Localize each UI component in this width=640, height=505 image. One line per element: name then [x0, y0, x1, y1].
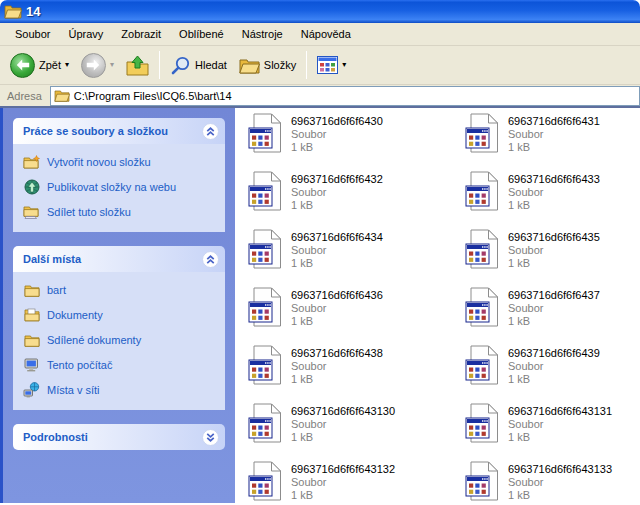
task-link-dokumenty[interactable]: Dokumenty: [23, 307, 221, 323]
file-name: 6963716d6f6f643132: [291, 463, 395, 476]
file-tile[interactable]: 6963716d6f6f6433Soubor1 kB: [465, 171, 640, 229]
file-icon: [248, 403, 282, 443]
file-grid: 6963716d6f6f6430Soubor1 kB6963716d6f6f64…: [248, 113, 640, 505]
file-icon: [248, 171, 282, 211]
panel-header-details[interactable]: Podrobnosti: [13, 424, 225, 450]
file-icon: [465, 287, 499, 327]
panel-header-file-tasks[interactable]: Práce se soubory a složkou: [13, 118, 225, 144]
file-size: 1 kB: [508, 141, 600, 154]
title-bar[interactable]: 14: [0, 0, 640, 23]
content-area: Práce se soubory a složkou Vytvořit novo…: [0, 108, 640, 503]
address-bar: Adresa C:\Program Files\ICQ6.5\bart\14: [0, 85, 640, 108]
chevron-down-icon[interactable]: [202, 429, 219, 446]
menu-item-napoveda[interactable]: Nápověda: [292, 24, 360, 44]
file-tile-text: 6963716d6f6f6438Soubor1 kB: [291, 345, 383, 386]
my-computer-icon: [23, 357, 40, 373]
forward-button[interactable]: ▾: [75, 49, 120, 81]
task-link-vytvoritnovouslozku[interactable]: Vytvořit novou složku: [23, 154, 221, 170]
folder-icon: [23, 282, 40, 298]
file-type: Soubor: [508, 418, 612, 431]
file-tile[interactable]: 6963716d6f6f6437Soubor1 kB: [465, 287, 640, 345]
file-tile[interactable]: 6963716d6f6f6432Soubor1 kB: [248, 171, 465, 229]
file-icon: [465, 461, 499, 501]
file-type: Soubor: [508, 128, 600, 141]
chevron-up-icon[interactable]: [202, 251, 219, 268]
task-link-sdilettutoslozku[interactable]: Sdílet tuto složku: [23, 204, 221, 220]
back-dropdown-icon[interactable]: ▾: [65, 61, 69, 69]
file-tile[interactable]: 6963716d6f6f6434Soubor1 kB: [248, 229, 465, 287]
file-tile[interactable]: 6963716d6f6f6431Soubor1 kB: [465, 113, 640, 171]
file-name: 6963716d6f6f6432: [291, 173, 383, 186]
file-size: 1 kB: [291, 315, 383, 328]
menu-item-nastroje[interactable]: Nástroje: [233, 24, 292, 44]
folders-icon: [239, 57, 260, 74]
up-button[interactable]: [120, 49, 155, 81]
views-button[interactable]: ▾: [311, 49, 352, 81]
task-link-sdilenedokumenty[interactable]: Sdílené dokumenty: [23, 332, 221, 348]
file-type: Soubor: [291, 360, 383, 373]
search-button[interactable]: Hledat: [164, 49, 233, 81]
file-tile[interactable]: 6963716d6f6f643132Soubor1 kB: [248, 461, 465, 505]
file-tile[interactable]: 6963716d6f6f6436Soubor1 kB: [248, 287, 465, 345]
file-tile-text: 6963716d6f6f643133Soubor1 kB: [508, 461, 612, 502]
file-type: Soubor: [508, 476, 612, 489]
file-tile[interactable]: 6963716d6f6f643133Soubor1 kB: [465, 461, 640, 505]
file-tile[interactable]: 6963716d6f6f6430Soubor1 kB: [248, 113, 465, 171]
views-dropdown-icon[interactable]: ▾: [342, 61, 346, 69]
task-link-mistavsiti[interactable]: Místa v síti: [23, 382, 221, 398]
file-tile-text: 6963716d6f6f6433Soubor1 kB: [508, 171, 600, 212]
file-tile[interactable]: 6963716d6f6f6435Soubor1 kB: [465, 229, 640, 287]
task-link-publikovatslozkynawebu[interactable]: Publikovat složky na webu: [23, 179, 221, 195]
file-icon: [248, 229, 282, 269]
file-name: 6963716d6f6f643131: [508, 405, 612, 418]
file-size: 1 kB: [508, 199, 600, 212]
file-icon: [248, 345, 282, 385]
task-link-label: Tento počítač: [47, 359, 112, 371]
window-title: 14: [26, 4, 40, 19]
chevron-up-icon[interactable]: [202, 123, 219, 140]
views-icon: [317, 56, 338, 74]
file-tile-text: 6963716d6f6f6432Soubor1 kB: [291, 171, 383, 212]
task-link-label: Sdílet tuto složku: [47, 206, 131, 218]
file-type: Soubor: [291, 302, 383, 315]
file-icon: [465, 229, 499, 269]
file-tile[interactable]: 6963716d6f6f6439Soubor1 kB: [465, 345, 640, 403]
file-tile[interactable]: 6963716d6f6f643131Soubor1 kB: [465, 403, 640, 461]
file-type: Soubor: [508, 244, 600, 257]
file-size: 1 kB: [291, 489, 395, 502]
folder-up-icon: [126, 55, 149, 76]
task-link-bart[interactable]: bart: [23, 282, 221, 298]
task-link-tentopocitac[interactable]: Tento počítač: [23, 357, 221, 373]
file-size: 1 kB: [508, 257, 600, 270]
address-input[interactable]: C:\Program Files\ICQ6.5\bart\14: [50, 86, 640, 106]
task-link-label: bart: [47, 284, 66, 296]
file-tile-text: 6963716d6f6f643130Soubor1 kB: [291, 403, 395, 444]
file-size: 1 kB: [291, 431, 395, 444]
task-link-label: Sdílené dokumenty: [47, 334, 141, 346]
toolbar: Zpět ▾ ▾ Hledat: [0, 46, 640, 85]
back-button[interactable]: Zpět ▾: [4, 49, 75, 81]
file-icon: [465, 113, 499, 153]
file-icon: [248, 287, 282, 327]
file-icon: [248, 113, 282, 153]
documents-folder-icon: [23, 307, 40, 323]
menu-item-oblibene[interactable]: Oblíbené: [170, 24, 233, 44]
panel-body-file-tasks: Vytvořit novou složkuPublikovat složky n…: [13, 144, 225, 232]
panel-body-other-places: bartDokumentySdílené dokumentyTento počí…: [13, 272, 225, 410]
file-size: 1 kB: [291, 141, 383, 154]
forward-dropdown-icon[interactable]: ▾: [110, 61, 114, 69]
file-name: 6963716d6f6f6430: [291, 115, 383, 128]
panel-title: Podrobnosti: [23, 431, 88, 443]
folders-button[interactable]: Složky: [233, 49, 302, 81]
task-link-label: Dokumenty: [47, 309, 103, 321]
file-tile-text: 6963716d6f6f6431Soubor1 kB: [508, 113, 600, 154]
panel-header-other-places[interactable]: Další místa: [13, 246, 225, 272]
file-tile[interactable]: 6963716d6f6f643130Soubor1 kB: [248, 403, 465, 461]
file-tile[interactable]: 6963716d6f6f6438Soubor1 kB: [248, 345, 465, 403]
share-folder-icon: [23, 204, 40, 220]
file-name: 6963716d6f6f6438: [291, 347, 383, 360]
menu-item-upravy[interactable]: Úpravy: [59, 24, 112, 44]
file-size: 1 kB: [291, 199, 383, 212]
menu-item-soubor[interactable]: Soubor: [6, 24, 59, 44]
menu-item-zobrazit[interactable]: Zobrazit: [112, 24, 170, 44]
